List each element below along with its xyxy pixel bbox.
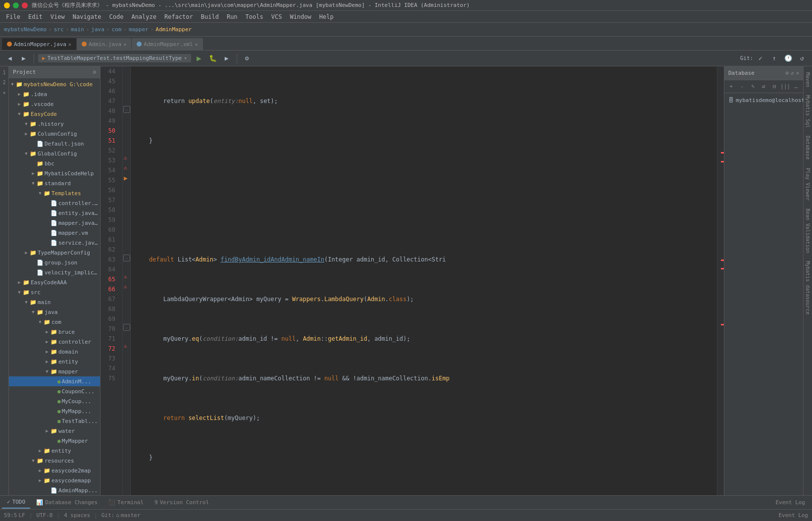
- menu-build[interactable]: Build: [197, 12, 223, 21]
- status-encoding[interactable]: UTF-8: [36, 512, 52, 519]
- bottom-tab-todo[interactable]: ✓ TODO: [2, 497, 30, 509]
- list-item[interactable]: ▶ 📁 entity: [9, 357, 100, 366]
- db-sync-button[interactable]: ⇄: [759, 82, 769, 92]
- push-button[interactable]: ↑: [768, 52, 780, 64]
- breadcrumb-main[interactable]: main: [71, 26, 84, 33]
- maximize-button[interactable]: [13, 2, 19, 8]
- db-edit-button[interactable]: ✎: [748, 82, 758, 92]
- list-item[interactable]: ▶ 📁 .idea: [9, 89, 100, 99]
- bottom-tab-terminal[interactable]: ⬛ Terminal: [103, 497, 149, 509]
- list-item[interactable]: 📁 bbc: [9, 158, 100, 168]
- project-icon[interactable]: 1: [0, 68, 8, 76]
- run-config[interactable]: ▶ TestTableMapperTest.testMappingResultT…: [38, 54, 191, 62]
- list-item[interactable]: ● TestTabl...: [9, 416, 100, 426]
- list-item[interactable]: ▶ 📁 TypeMapperConfig: [9, 248, 100, 258]
- menu-help[interactable]: Help: [315, 12, 338, 21]
- back-button[interactable]: ◀: [4, 52, 16, 64]
- list-item[interactable]: ▼ 📁 .history: [9, 119, 100, 129]
- vtab-database[interactable]: Database: [804, 134, 812, 161]
- coverage-button[interactable]: ▶: [221, 52, 233, 64]
- list-item[interactable]: 📄 mapper.vm: [9, 228, 100, 238]
- tree-adminmapper[interactable]: ● AdminM...: [9, 376, 100, 386]
- list-item[interactable]: 📄 Default.json: [9, 139, 100, 149]
- minimize-button[interactable]: [4, 2, 10, 8]
- breadcrumb-file[interactable]: AdminMapper: [155, 26, 192, 33]
- db-close-icon[interactable]: ✕: [796, 70, 799, 76]
- menu-file[interactable]: File: [2, 12, 24, 21]
- db-refresh-icon[interactable]: ↺: [791, 70, 794, 76]
- list-item[interactable]: ▼ 📁 java: [9, 307, 100, 317]
- db-filter-button[interactable]: ⊟: [769, 82, 779, 92]
- code-editor[interactable]: 44 45 46 47 48 49 50 51 52 53 54 55 56 5…: [101, 66, 724, 495]
- db-add-button[interactable]: +: [726, 82, 736, 92]
- vcs-button[interactable]: Git:: [741, 52, 753, 64]
- tab-adminmapper-java[interactable]: AdminMapper.java ✕: [2, 38, 76, 50]
- menu-refactor[interactable]: Refactor: [160, 12, 197, 21]
- menu-run[interactable]: Run: [223, 12, 242, 21]
- list-item[interactable]: ▶ 📁 MybatisCodeHelp: [9, 168, 100, 178]
- run-button[interactable]: ▶: [193, 52, 205, 64]
- tab-adminmapper-xml[interactable]: AdminMapper.xml ✕: [132, 38, 203, 50]
- menu-analyze[interactable]: Analyze: [127, 12, 160, 21]
- list-item[interactable]: 📄 entity.java.vm: [9, 208, 100, 218]
- list-item[interactable]: ▼ 📁 GlobalConfig: [9, 149, 100, 158]
- history-button[interactable]: 🕐: [782, 52, 794, 64]
- status-vcs[interactable]: Git: ⌂ master: [102, 512, 141, 519]
- revert-button[interactable]: ↺: [796, 52, 808, 64]
- list-item[interactable]: 📄 mapper.java.vm: [9, 218, 100, 228]
- list-item[interactable]: ● CouponC...: [9, 386, 100, 396]
- close-icon[interactable]: ✕: [195, 42, 198, 47]
- tab-admin-java[interactable]: Admin.java ✕: [77, 38, 131, 50]
- breadcrumb-mapper[interactable]: mapper: [129, 26, 149, 33]
- project-tree[interactable]: ▼ 📁 mybatsNewDemo G:\code ▶ 📁 .idea ▶ 📁 …: [9, 78, 100, 495]
- tree-templates[interactable]: ▼ 📁 Templates: [9, 188, 100, 198]
- list-item[interactable]: ▶ 📁 entity: [9, 446, 100, 456]
- project-settings-icon[interactable]: ⚙: [93, 69, 96, 75]
- vtab-maven[interactable]: Maven: [804, 70, 812, 89]
- bottom-tab-eventlog[interactable]: Event Log: [770, 497, 810, 509]
- bottom-tab-dbchanges[interactable]: 📊 Database Changes: [31, 497, 102, 509]
- list-item[interactable]: ▼ 📁 resources: [9, 456, 100, 466]
- close-icon[interactable]: ✕: [68, 42, 71, 47]
- vtab-playviewer[interactable]: Play Viewer: [804, 166, 812, 203]
- list-item[interactable]: ● MyMapp...: [9, 406, 100, 416]
- list-item[interactable]: ▶ 📁 .vscode: [9, 99, 100, 109]
- menu-vcs[interactable]: VCS: [267, 12, 286, 21]
- tree-root[interactable]: ▼ 📁 mybatsNewDemo G:\code: [9, 79, 100, 89]
- code-content[interactable]: return update( entity: null, set); } def…: [131, 66, 717, 495]
- list-item[interactable]: ▶ 📁 easycode2map: [9, 466, 100, 475]
- list-item[interactable]: 📄 service.java.vm: [9, 238, 100, 248]
- list-item[interactable]: ▼ 📁 src: [9, 287, 100, 297]
- list-item[interactable]: 📄 velocity_implicit.vm: [9, 267, 100, 277]
- list-item[interactable]: ▶ 📁 domain: [9, 347, 100, 357]
- commit-button[interactable]: ✓: [755, 52, 766, 64]
- list-item[interactable]: ▼ 📁 main: [9, 297, 100, 307]
- list-item[interactable]: 📄 group.json: [9, 258, 100, 267]
- menu-code[interactable]: Code: [105, 12, 128, 21]
- vtab-beanvalidation[interactable]: Bean Validation: [804, 207, 812, 255]
- list-item[interactable]: ▶ 📁 EasyCodeAAA: [9, 277, 100, 287]
- fold-marker[interactable]: -: [123, 106, 130, 113]
- list-item[interactable]: ▼ 📁 mapper: [9, 366, 100, 376]
- list-item[interactable]: ▼ 📁 standard: [9, 178, 100, 188]
- db-settings-icon[interactable]: ⚙: [785, 70, 789, 76]
- list-item[interactable]: ▶ 📁 water: [9, 426, 100, 436]
- db-remove-button[interactable]: -: [737, 82, 747, 92]
- list-item[interactable]: ● MyCoup...: [9, 396, 100, 406]
- vtab-mybatissql[interactable]: Mybatis Sql: [804, 93, 812, 130]
- breadcrumb-project[interactable]: mybatsNewDemo: [4, 26, 47, 33]
- db-columns-button[interactable]: |||: [780, 82, 790, 92]
- editor-scrollbar[interactable]: [717, 66, 724, 495]
- fold-marker[interactable]: -: [123, 255, 130, 261]
- status-event-log[interactable]: Event Log: [778, 512, 808, 519]
- fold-marker[interactable]: -: [123, 324, 130, 331]
- menu-window[interactable]: Window: [286, 12, 315, 21]
- breadcrumb-src[interactable]: src: [54, 26, 64, 33]
- vtab-mybatisdatasource[interactable]: Mybatis datasource: [804, 259, 812, 316]
- forward-button[interactable]: ▶: [18, 52, 30, 64]
- status-indent[interactable]: 4 spaces: [64, 512, 90, 519]
- settings-button[interactable]: ⚙: [241, 52, 253, 64]
- menu-tools[interactable]: Tools: [242, 12, 267, 21]
- list-item[interactable]: ▼ 📁 EasyCode: [9, 109, 100, 119]
- menu-view[interactable]: View: [47, 12, 69, 21]
